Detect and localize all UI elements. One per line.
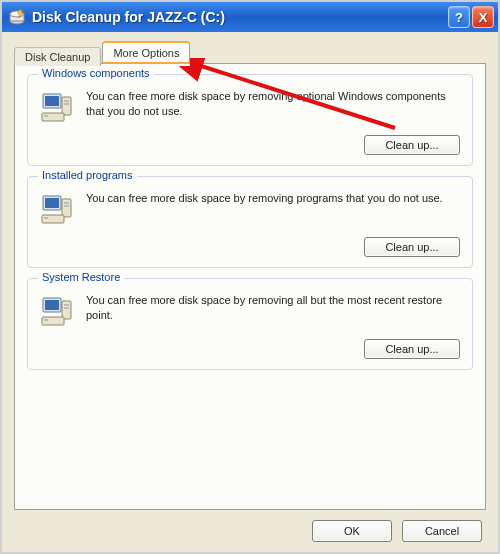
svg-rect-14 <box>64 202 69 204</box>
help-button[interactable]: ? <box>448 6 470 28</box>
group-installed-programs: Installed programs You can free more dis… <box>27 176 473 268</box>
help-icon: ? <box>455 10 463 25</box>
svg-rect-7 <box>64 100 69 102</box>
svg-rect-12 <box>45 198 59 208</box>
computer-icon <box>40 295 74 329</box>
svg-rect-22 <box>64 307 69 309</box>
group-title: Windows components <box>38 67 154 79</box>
svg-rect-5 <box>45 96 59 106</box>
close-button[interactable]: X <box>472 6 494 28</box>
svg-rect-20 <box>62 301 71 319</box>
computer-icon <box>40 193 74 227</box>
group-system-restore: System Restore You can free more disk sp… <box>27 278 473 370</box>
cleanup-installed-programs-button[interactable]: Clean up... <box>364 237 460 257</box>
titlebar: Disk Cleanup for JAZZ-C (C:) ? X <box>2 2 498 32</box>
dialog-body: Disk Cleanup More Options Windows compon… <box>2 32 498 552</box>
cleanup-system-restore-button[interactable]: Clean up... <box>364 339 460 359</box>
group-title: Installed programs <box>38 169 137 181</box>
cleanup-windows-components-button[interactable]: Clean up... <box>364 135 460 155</box>
svg-rect-17 <box>44 217 48 219</box>
svg-rect-10 <box>44 115 48 117</box>
svg-rect-24 <box>44 319 48 321</box>
cancel-button[interactable]: Cancel <box>402 520 482 542</box>
tab-label: More Options <box>113 47 179 59</box>
svg-rect-6 <box>62 97 71 115</box>
svg-rect-8 <box>64 103 69 105</box>
group-text: You can free more disk space by removing… <box>86 89 460 119</box>
tab-more-options[interactable]: More Options <box>102 42 190 64</box>
svg-rect-21 <box>64 304 69 306</box>
close-icon: X <box>479 10 488 25</box>
svg-rect-19 <box>45 300 59 310</box>
tab-label: Disk Cleanup <box>25 51 90 63</box>
group-text: You can free more disk space by removing… <box>86 191 460 206</box>
group-text: You can free more disk space by removing… <box>86 293 460 323</box>
tabpanel-more-options: Windows components You can free more dis… <box>14 63 486 510</box>
svg-rect-15 <box>64 205 69 207</box>
window-title: Disk Cleanup for JAZZ-C (C:) <box>32 9 446 25</box>
dialog-buttons: OK Cancel <box>14 510 486 544</box>
computer-icon <box>40 91 74 125</box>
ok-button[interactable]: OK <box>312 520 392 542</box>
app-icon <box>8 8 26 26</box>
tabstrip: Disk Cleanup More Options <box>14 42 486 64</box>
group-title: System Restore <box>38 271 124 283</box>
tab-disk-cleanup[interactable]: Disk Cleanup <box>14 47 101 66</box>
svg-rect-13 <box>62 199 71 217</box>
group-windows-components: Windows components You can free more dis… <box>27 74 473 166</box>
